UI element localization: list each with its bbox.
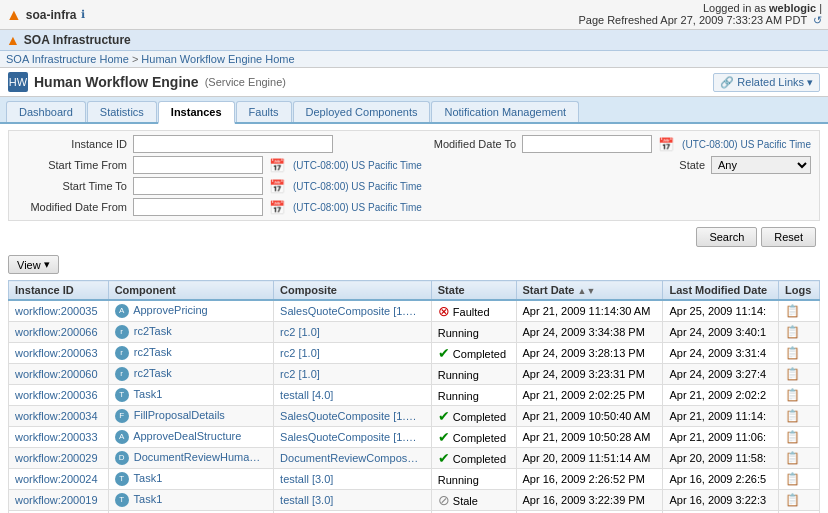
component-link[interactable]: Task1 [134,493,163,505]
instance-id-link[interactable]: workflow:200060 [15,368,98,380]
cell-composite: rc2 [1.0] [274,343,432,364]
start-time-to-input[interactable] [133,177,263,195]
log-icon[interactable]: 📋 [785,493,800,507]
instance-id-link[interactable]: workflow:200019 [15,494,98,506]
log-icon[interactable]: 📋 [785,388,800,402]
related-links-button[interactable]: 🔗 Related Links ▾ [713,73,820,92]
tab-dashboard[interactable]: Dashboard [6,101,86,122]
refresh-icon[interactable]: ↺ [813,14,822,26]
cell-last-modified: Apr 24, 2009 3:40:1 [663,322,779,343]
cell-state: Running [431,364,516,385]
modified-date-from-calendar-icon[interactable]: 📅 [269,200,285,215]
tab-deployed-components[interactable]: Deployed Components [293,101,431,122]
start-time-from-input[interactable] [133,156,263,174]
cell-state: Running [431,469,516,490]
component-icon: T [115,472,129,486]
composite-link[interactable]: testall [4.0] [280,389,333,401]
related-links-chevron: ▾ [807,76,813,89]
cell-composite: SalesQuoteComposite [1.… [274,406,432,427]
cell-state: Running [431,322,516,343]
composite-link[interactable]: testall [3.0] [280,494,333,506]
breadcrumb-soa-home[interactable]: SOA Infrastructure Home [6,53,129,65]
cell-instance-id: workflow:200033 [9,427,109,448]
modified-date-from-input[interactable] [133,198,263,216]
log-icon[interactable]: 📋 [785,430,800,444]
table-row: workflow:200019 T Task1 testall [3.0] ⊘ … [9,490,820,511]
tab-statistics[interactable]: Statistics [87,101,157,122]
log-icon[interactable]: 📋 [785,325,800,339]
table-row: workflow:200060 r rc2Task rc2 [1.0] Runn… [9,364,820,385]
view-dropdown-button[interactable]: View ▾ [8,255,59,274]
composite-link[interactable]: SalesQuoteComposite [1.… [280,305,416,317]
log-icon[interactable]: 📋 [785,409,800,423]
cell-instance-id: workflow:200034 [9,406,109,427]
instance-id-label: Instance ID [17,138,127,150]
component-link[interactable]: DocumentReviewHuma… [134,451,261,463]
cell-last-modified: Apr 21, 2009 11:14: [663,406,779,427]
modified-date-to-input[interactable] [522,135,652,153]
composite-link[interactable]: rc2 [1.0] [280,368,320,380]
component-link[interactable]: FillProposalDetails [134,409,225,421]
component-link[interactable]: Task1 [134,388,163,400]
cell-component: D DocumentReviewHuma… [108,448,273,469]
instance-id-link[interactable]: workflow:200035 [15,305,98,317]
page-icon: HW [8,72,28,92]
cell-start-date: Apr 21, 2009 10:50:40 AM [516,406,663,427]
modified-date-to-calendar-icon[interactable]: 📅 [658,137,674,152]
state-select[interactable]: Any Running Completed Faulted Stale [711,156,811,174]
search-button[interactable]: Search [696,227,757,247]
cell-start-date: Apr 20, 2009 11:51:14 AM [516,448,663,469]
start-time-from-calendar-icon[interactable]: 📅 [269,158,285,173]
cell-state: ✔ Completed [431,427,516,448]
modified-date-from-label: Modified Date From [17,201,127,213]
component-link[interactable]: Task1 [134,472,163,484]
tab-instances[interactable]: Instances [158,101,235,124]
reset-button[interactable]: Reset [761,227,816,247]
instance-id-link[interactable]: workflow:200036 [15,389,98,401]
composite-link[interactable]: rc2 [1.0] [280,347,320,359]
cell-instance-id: workflow:200035 [9,300,109,322]
instance-id-input[interactable] [133,135,333,153]
col-start-date[interactable]: Start Date ▲▼ [516,281,663,301]
tab-faults[interactable]: Faults [236,101,292,122]
instance-id-link[interactable]: workflow:200024 [15,473,98,485]
cell-component: T Task1 [108,385,273,406]
instance-id-link[interactable]: workflow:200066 [15,326,98,338]
view-label: View [17,259,41,271]
cell-composite: testall [3.0] [274,490,432,511]
instance-id-link[interactable]: workflow:200033 [15,431,98,443]
related-links-icon: 🔗 [720,76,734,89]
composite-link[interactable]: DocumentReviewCompos… [280,452,418,464]
col-logs: Logs [778,281,819,301]
logged-in-label: Logged in as [703,2,766,14]
composite-link[interactable]: rc2 [1.0] [280,326,320,338]
log-icon[interactable]: 📋 [785,472,800,486]
table-row: workflow:200033 A ApproveDealStructure S… [9,427,820,448]
cell-last-modified: Apr 21, 2009 11:06: [663,427,779,448]
component-link[interactable]: rc2Task [134,346,172,358]
log-icon[interactable]: 📋 [785,451,800,465]
cell-last-modified: Apr 25, 2009 11:14: [663,300,779,322]
modified-date-to-label: Modified Date To [396,138,516,150]
component-link[interactable]: ApproveDealStructure [133,430,241,442]
log-icon[interactable]: 📋 [785,346,800,360]
composite-link[interactable]: SalesQuoteComposite [1.… [280,410,416,422]
component-link[interactable]: rc2Task [134,325,172,337]
log-icon[interactable]: 📋 [785,304,800,318]
start-time-to-calendar-icon[interactable]: 📅 [269,179,285,194]
composite-link[interactable]: testall [3.0] [280,473,333,485]
table-row: workflow:200024 T Task1 testall [3.0] Ru… [9,469,820,490]
instance-id-link[interactable]: workflow:200029 [15,452,98,464]
component-link[interactable]: ApprovePricing [133,304,208,316]
tab-notification-management[interactable]: Notification Management [431,101,579,122]
sort-icons: ▲▼ [578,286,596,296]
cell-component: T Task1 [108,490,273,511]
composite-link[interactable]: SalesQuoteComposite [1.… [280,431,416,443]
component-link[interactable]: rc2Task [134,367,172,379]
instance-id-link[interactable]: workflow:200034 [15,410,98,422]
app-title: soa-infra [26,8,77,22]
log-icon[interactable]: 📋 [785,367,800,381]
instance-id-link[interactable]: workflow:200063 [15,347,98,359]
info-icon[interactable]: ℹ [81,8,85,21]
table-body: workflow:200035 A ApprovePricing SalesQu… [9,300,820,513]
